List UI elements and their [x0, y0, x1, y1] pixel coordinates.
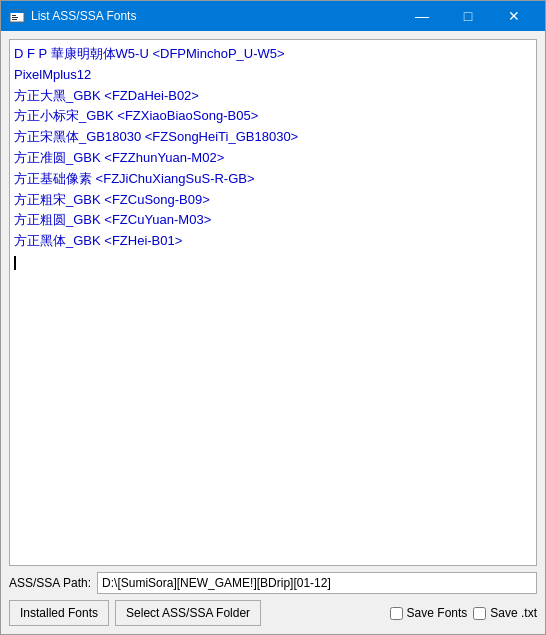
maximize-button[interactable]: □	[445, 1, 491, 31]
content-area: D F P 華康明朝体W5-U <DFPMinchoP_U-W5>PixelMp…	[1, 31, 545, 634]
list-item: 方正黑体_GBK <FZHei-B01>	[14, 231, 532, 252]
list-item: 方正粗宋_GBK <FZCuSong-B09>	[14, 190, 532, 211]
svg-rect-4	[12, 19, 17, 20]
window-title: List ASS/SSA Fonts	[31, 9, 399, 23]
path-input[interactable]	[97, 572, 537, 594]
title-bar: List ASS/SSA Fonts — □ ✕	[1, 1, 545, 31]
list-item: 方正粗圆_GBK <FZCuYuan-M03>	[14, 210, 532, 231]
list-item: PixelMplus12	[14, 65, 532, 86]
list-item: 方正大黑_GBK <FZDaHei-B02>	[14, 86, 532, 107]
list-item: 方正小标宋_GBK <FZXiaoBiaoSong-B05>	[14, 106, 532, 127]
close-button[interactable]: ✕	[491, 1, 537, 31]
text-cursor	[14, 256, 16, 270]
svg-rect-1	[10, 10, 24, 13]
path-label: ASS/SSA Path:	[9, 576, 91, 590]
bottom-section: ASS/SSA Path: Installed Fonts Select ASS…	[9, 566, 537, 626]
save-txt-group: Save .txt	[473, 606, 537, 620]
minimize-button[interactable]: —	[399, 1, 445, 31]
installed-fonts-button[interactable]: Installed Fonts	[9, 600, 109, 626]
save-fonts-group: Save Fonts	[390, 606, 468, 620]
list-item: 方正基础像素 <FZJiChuXiangSuS-R-GB>	[14, 169, 532, 190]
select-folder-button[interactable]: Select ASS/SSA Folder	[115, 600, 261, 626]
save-fonts-checkbox[interactable]	[390, 607, 403, 620]
font-list[interactable]: D F P 華康明朝体W5-U <DFPMinchoP_U-W5>PixelMp…	[9, 39, 537, 566]
path-row: ASS/SSA Path:	[9, 572, 537, 594]
list-item: 方正宋黑体_GB18030 <FZSongHeiTi_GB18030>	[14, 127, 532, 148]
svg-rect-2	[12, 15, 16, 16]
main-window: List ASS/SSA Fonts — □ ✕ D F P 華康明朝体W5-U…	[0, 0, 546, 635]
save-fonts-label: Save Fonts	[407, 606, 468, 620]
window-icon	[9, 8, 25, 24]
buttons-row: Installed Fonts Select ASS/SSA Folder Sa…	[9, 600, 537, 626]
list-item: D F P 華康明朝体W5-U <DFPMinchoP_U-W5>	[14, 44, 532, 65]
list-item: 方正准圆_GBK <FZZhunYuan-M02>	[14, 148, 532, 169]
save-txt-checkbox[interactable]	[473, 607, 486, 620]
cursor-line-container	[14, 252, 532, 273]
save-txt-label: Save .txt	[490, 606, 537, 620]
window-controls: — □ ✕	[399, 1, 537, 31]
svg-rect-3	[12, 17, 18, 18]
